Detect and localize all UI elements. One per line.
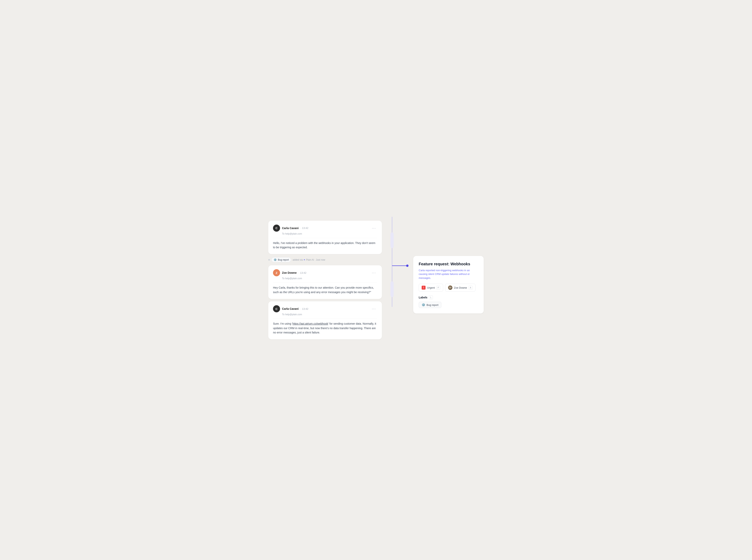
connector-svg: [382, 213, 413, 369]
priority-key: P: [436, 286, 440, 289]
main-container: C Carla Cavani · 13:42 ··· To help@plain…: [268, 221, 484, 340]
avatar-carla-1: C: [273, 225, 280, 232]
sender-name-3: Carla Cavani: [282, 307, 299, 311]
feature-panel: Feature request: Webhooks Carla reported…: [413, 256, 484, 314]
message-card-3: C Carla Cavani · 13:42 ··· To help@plain…: [268, 301, 382, 339]
avatar-carla-2: C: [273, 305, 280, 312]
feature-title: Feature request: Webhooks: [419, 261, 478, 266]
gear-icon-feature: ⚙️: [422, 303, 426, 307]
svg-point-2: [406, 264, 409, 267]
message-header-2: Z Zoe Downe · 13:42 ···: [273, 269, 377, 276]
sparkle-icon: ✦: [303, 258, 305, 261]
message-header-left-2: Z Zoe Downe · 13:42: [273, 269, 306, 276]
gear-icon-badge: ⚙️: [274, 258, 277, 261]
label-badge-text: Bug report: [278, 258, 289, 261]
assign-key: A: [469, 286, 473, 289]
assignee-avatar: ZD: [448, 285, 452, 290]
notification-text: added via ✦ Plain AI · Just now: [293, 258, 325, 261]
label-notification: ⚙️ Bug report added via ✦ Plain AI · Jus…: [268, 257, 382, 263]
to-address-3: To help@plain.com: [282, 313, 377, 316]
labels-key[interactable]: L: [429, 296, 433, 299]
message-body-1: Hello, I've noticed a problem with the w…: [273, 241, 377, 249]
message-body-3: Sure. I'm using 'https://api.atrium.co/w…: [273, 321, 377, 335]
webhook-link[interactable]: https://api.atrium.co/webhook: [293, 322, 328, 325]
more-options-button-1[interactable]: ···: [371, 226, 377, 230]
bug-report-label-text: Bug report: [427, 303, 438, 306]
labels-section: Labels L ⚙️ Bug report: [419, 296, 478, 308]
message-body-2: Hey Carla, thanks for bringing this to o…: [273, 285, 377, 294]
feature-description: Carla reported non-triggering webhooks i…: [419, 268, 478, 280]
message-header-3: C Carla Cavani · 13:42 ···: [273, 305, 377, 312]
message-time-3: · 13:42: [301, 307, 309, 311]
labels-title: Labels: [419, 296, 427, 299]
bug-report-label-badge[interactable]: ⚙️ Bug report: [272, 257, 291, 262]
more-options-button-3[interactable]: ···: [371, 307, 377, 311]
plain-ai-badge: ✦ Plain AI: [303, 258, 314, 261]
assignee-name: Zoe Downe: [454, 286, 467, 289]
priority-badge[interactable]: ! Urgent P: [419, 284, 443, 292]
bug-report-feature-badge[interactable]: ⚙️ Bug report: [419, 302, 441, 308]
notification-dot: [268, 259, 270, 261]
to-address-2: To help@plain.com: [282, 277, 377, 280]
message-card-2: Z Zoe Downe · 13:42 ··· To help@plain.co…: [268, 265, 382, 299]
message-time-2: · 13:42: [299, 272, 306, 274]
avatar-zoe: Z: [273, 269, 280, 276]
svg-rect-3: [391, 233, 394, 248]
assignee-badge[interactable]: ZD Zoe Downe A: [445, 284, 475, 292]
feature-meta: ! Urgent P ZD Zoe Downe A: [419, 284, 478, 292]
chat-column: C Carla Cavani · 13:42 ··· To help@plain…: [268, 221, 382, 340]
labels-header: Labels L: [419, 296, 478, 299]
message-time-1: · 13:42: [301, 226, 309, 229]
more-options-button-2[interactable]: ···: [371, 271, 377, 275]
to-address-1: To help@plain.com: [282, 233, 377, 235]
svg-rect-4: [391, 281, 394, 297]
message-card-1: C Carla Cavani · 13:42 ··· To help@plain…: [268, 221, 382, 254]
sender-name-2: Zoe Downe: [282, 271, 297, 274]
priority-label: Urgent: [427, 286, 435, 289]
sender-name-1: Carla Cavani: [282, 226, 299, 230]
message-header-left-1: C Carla Cavani · 13:42: [273, 225, 309, 232]
message-header-left-3: C Carla Cavani · 13:42: [273, 305, 309, 312]
message-header-1: C Carla Cavani · 13:42 ···: [273, 225, 377, 232]
urgent-icon: !: [422, 286, 426, 289]
